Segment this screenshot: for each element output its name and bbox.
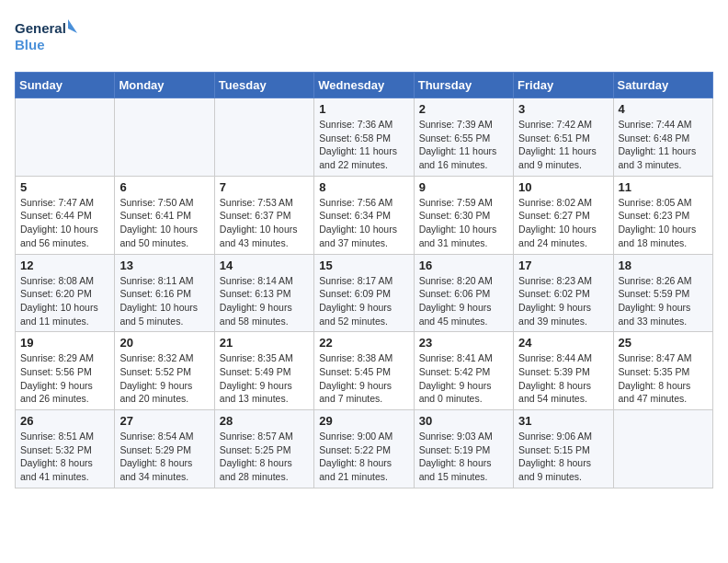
calendar-cell: 13Sunrise: 8:11 AM Sunset: 6:16 PM Dayli… (115, 254, 214, 332)
day-info: Sunrise: 7:59 AM Sunset: 6:30 PM Dayligh… (419, 196, 508, 250)
weekday-header-wednesday: Wednesday (314, 73, 414, 98)
weekday-header-row: SundayMondayTuesdayWednesdayThursdayFrid… (16, 73, 713, 98)
day-number: 28 (220, 414, 309, 428)
calendar-cell: 12Sunrise: 8:08 AM Sunset: 6:20 PM Dayli… (16, 254, 115, 332)
day-number: 15 (319, 259, 408, 272)
calendar-cell: 17Sunrise: 8:23 AM Sunset: 6:02 PM Dayli… (514, 254, 613, 332)
calendar-cell: 7Sunrise: 7:53 AM Sunset: 6:37 PM Daylig… (214, 176, 313, 254)
day-info: Sunrise: 8:17 AM Sunset: 6:09 PM Dayligh… (319, 274, 408, 328)
logo-svg: General Blue (15, 15, 79, 61)
day-info: Sunrise: 7:44 AM Sunset: 6:48 PM Dayligh… (619, 118, 708, 172)
weekday-header-saturday: Saturday (613, 73, 712, 98)
calendar-week-5: 26Sunrise: 8:51 AM Sunset: 5:32 PM Dayli… (16, 410, 713, 488)
calendar-cell: 3Sunrise: 7:42 AM Sunset: 6:51 PM Daylig… (514, 98, 613, 177)
calendar-cell: 10Sunrise: 8:02 AM Sunset: 6:27 PM Dayli… (514, 176, 613, 254)
day-info: Sunrise: 8:57 AM Sunset: 5:25 PM Dayligh… (220, 430, 309, 484)
calendar-table: SundayMondayTuesdayWednesdayThursdayFrid… (15, 72, 713, 488)
day-number: 10 (518, 180, 608, 194)
day-info: Sunrise: 8:02 AM Sunset: 6:27 PM Dayligh… (518, 196, 608, 250)
day-number: 11 (619, 180, 708, 194)
calendar-cell: 21Sunrise: 8:35 AM Sunset: 5:49 PM Dayli… (214, 332, 313, 410)
calendar-cell: 2Sunrise: 7:39 AM Sunset: 6:55 PM Daylig… (414, 98, 513, 177)
day-number: 27 (119, 414, 209, 428)
day-info: Sunrise: 7:53 AM Sunset: 6:37 PM Dayligh… (220, 196, 309, 250)
day-number: 17 (518, 259, 608, 272)
calendar-cell: 28Sunrise: 8:57 AM Sunset: 5:25 PM Dayli… (214, 410, 313, 488)
day-number: 1 (319, 102, 408, 116)
calendar-cell: 6Sunrise: 7:50 AM Sunset: 6:41 PM Daylig… (115, 176, 214, 254)
calendar-cell (214, 98, 313, 177)
calendar-cell: 9Sunrise: 7:59 AM Sunset: 6:30 PM Daylig… (414, 176, 513, 254)
day-number: 22 (319, 336, 408, 350)
calendar-cell: 15Sunrise: 8:17 AM Sunset: 6:09 PM Dayli… (314, 254, 414, 332)
day-info: Sunrise: 7:36 AM Sunset: 6:58 PM Dayligh… (319, 118, 408, 172)
day-number: 4 (619, 102, 708, 116)
calendar-cell (16, 98, 115, 177)
day-number: 9 (419, 180, 508, 194)
weekday-header-sunday: Sunday (16, 73, 115, 98)
day-number: 16 (419, 259, 508, 272)
calendar-cell: 19Sunrise: 8:29 AM Sunset: 5:56 PM Dayli… (16, 332, 115, 410)
page-header: General Blue (15, 15, 713, 61)
calendar-cell: 14Sunrise: 8:14 AM Sunset: 6:13 PM Dayli… (214, 254, 313, 332)
day-info: Sunrise: 8:44 AM Sunset: 5:39 PM Dayligh… (518, 351, 608, 406)
day-info: Sunrise: 8:05 AM Sunset: 6:23 PM Dayligh… (619, 196, 708, 250)
day-info: Sunrise: 8:54 AM Sunset: 5:29 PM Dayligh… (119, 430, 209, 484)
calendar-cell: 25Sunrise: 8:47 AM Sunset: 5:35 PM Dayli… (613, 332, 712, 410)
day-number: 21 (220, 336, 309, 350)
calendar-cell: 29Sunrise: 9:00 AM Sunset: 5:22 PM Dayli… (314, 410, 414, 488)
day-number: 29 (319, 414, 408, 428)
day-info: Sunrise: 8:20 AM Sunset: 6:06 PM Dayligh… (419, 274, 508, 328)
day-number: 30 (419, 414, 508, 428)
day-number: 12 (20, 259, 109, 272)
day-number: 13 (119, 259, 209, 272)
day-info: Sunrise: 8:14 AM Sunset: 6:13 PM Dayligh… (220, 274, 309, 328)
calendar-cell: 18Sunrise: 8:26 AM Sunset: 5:59 PM Dayli… (613, 254, 712, 332)
calendar-week-1: 1Sunrise: 7:36 AM Sunset: 6:58 PM Daylig… (16, 98, 713, 177)
calendar-cell: 27Sunrise: 8:54 AM Sunset: 5:29 PM Dayli… (115, 410, 214, 488)
day-number: 5 (20, 180, 109, 194)
day-info: Sunrise: 8:23 AM Sunset: 6:02 PM Dayligh… (518, 274, 608, 328)
day-info: Sunrise: 7:39 AM Sunset: 6:55 PM Dayligh… (419, 118, 508, 172)
day-info: Sunrise: 8:51 AM Sunset: 5:32 PM Dayligh… (20, 430, 109, 484)
day-number: 18 (619, 259, 708, 272)
calendar-cell: 4Sunrise: 7:44 AM Sunset: 6:48 PM Daylig… (613, 98, 712, 177)
weekday-header-tuesday: Tuesday (214, 73, 313, 98)
day-info: Sunrise: 8:38 AM Sunset: 5:45 PM Dayligh… (319, 351, 408, 406)
calendar-cell: 23Sunrise: 8:41 AM Sunset: 5:42 PM Dayli… (414, 332, 513, 410)
calendar-cell: 5Sunrise: 7:47 AM Sunset: 6:44 PM Daylig… (16, 176, 115, 254)
weekday-header-friday: Friday (514, 73, 613, 98)
calendar-cell: 1Sunrise: 7:36 AM Sunset: 6:58 PM Daylig… (314, 98, 414, 177)
calendar-cell (115, 98, 214, 177)
calendar-cell: 31Sunrise: 9:06 AM Sunset: 5:15 PM Dayli… (514, 410, 613, 488)
day-info: Sunrise: 8:32 AM Sunset: 5:52 PM Dayligh… (119, 351, 209, 406)
day-info: Sunrise: 7:47 AM Sunset: 6:44 PM Dayligh… (20, 196, 109, 250)
day-number: 25 (619, 336, 708, 350)
calendar-week-2: 5Sunrise: 7:47 AM Sunset: 6:44 PM Daylig… (16, 176, 713, 254)
day-info: Sunrise: 8:11 AM Sunset: 6:16 PM Dayligh… (119, 274, 209, 328)
day-number: 26 (20, 414, 109, 428)
day-info: Sunrise: 8:29 AM Sunset: 5:56 PM Dayligh… (20, 351, 109, 406)
calendar-header: SundayMondayTuesdayWednesdayThursdayFrid… (16, 73, 713, 98)
calendar-cell: 22Sunrise: 8:38 AM Sunset: 5:45 PM Dayli… (314, 332, 414, 410)
day-number: 7 (220, 180, 309, 194)
calendar-cell: 11Sunrise: 8:05 AM Sunset: 6:23 PM Dayli… (613, 176, 712, 254)
calendar-cell: 30Sunrise: 9:03 AM Sunset: 5:19 PM Dayli… (414, 410, 513, 488)
day-number: 14 (220, 259, 309, 272)
day-info: Sunrise: 7:50 AM Sunset: 6:41 PM Dayligh… (119, 196, 209, 250)
day-number: 6 (119, 180, 209, 194)
calendar-week-4: 19Sunrise: 8:29 AM Sunset: 5:56 PM Dayli… (16, 332, 713, 410)
calendar-cell: 24Sunrise: 8:44 AM Sunset: 5:39 PM Dayli… (514, 332, 613, 410)
calendar-cell: 26Sunrise: 8:51 AM Sunset: 5:32 PM Dayli… (16, 410, 115, 488)
day-number: 20 (119, 336, 209, 350)
svg-marker-2 (68, 19, 77, 33)
day-info: Sunrise: 9:06 AM Sunset: 5:15 PM Dayligh… (518, 430, 608, 484)
calendar-week-3: 12Sunrise: 8:08 AM Sunset: 6:20 PM Dayli… (16, 254, 713, 332)
weekday-header-thursday: Thursday (414, 73, 513, 98)
day-info: Sunrise: 7:56 AM Sunset: 6:34 PM Dayligh… (319, 196, 408, 250)
day-number: 23 (419, 336, 508, 350)
weekday-header-monday: Monday (115, 73, 214, 98)
day-info: Sunrise: 8:41 AM Sunset: 5:42 PM Dayligh… (419, 351, 508, 406)
day-number: 8 (319, 180, 408, 194)
day-number: 31 (518, 414, 608, 428)
